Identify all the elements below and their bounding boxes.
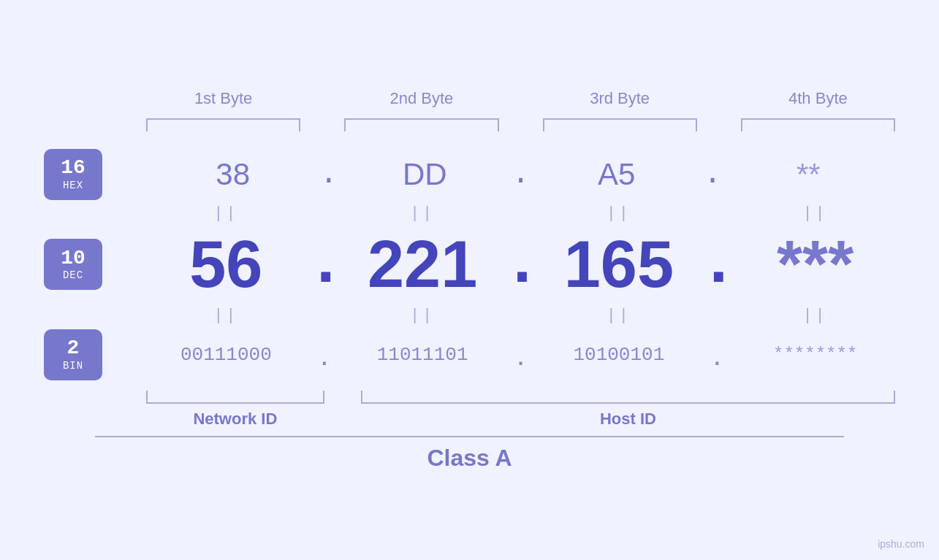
byte-headers: 1st Byte 2nd Byte 3rd Byte 4th Byte xyxy=(44,89,895,112)
class-line xyxy=(95,436,844,437)
hex-byte1: 38 xyxy=(146,157,319,192)
hex-byte3: A5 xyxy=(530,157,703,192)
equal-8: || xyxy=(735,307,895,325)
class-label: Class A xyxy=(427,445,512,472)
bin-dot2: . xyxy=(503,337,539,372)
dec-dot1: . xyxy=(306,231,343,297)
dec-byte1: 56 xyxy=(146,227,306,302)
equal-4: || xyxy=(735,204,895,223)
network-id-label: Network ID xyxy=(193,410,277,429)
host-id-bracket: Host ID xyxy=(361,391,895,429)
hex-byte4: ** xyxy=(722,157,895,192)
dec-badge: 10 DEC xyxy=(44,239,102,290)
byte2-header: 2nd Byte xyxy=(344,89,498,112)
bin-badge-number: 2 xyxy=(67,337,80,360)
bin-dot3: . xyxy=(699,337,735,372)
dec-dot2: . xyxy=(503,231,539,297)
dec-row: 10 DEC 56 . 221 . 165 . *** xyxy=(44,227,895,302)
hex-dot1: . xyxy=(319,157,338,192)
hex-values: 38 . DD . A5 . ** xyxy=(146,157,895,192)
equal-row-2: || || || || xyxy=(44,307,895,325)
bracket-top-4 xyxy=(741,118,895,131)
equal-1: || xyxy=(146,204,306,223)
hex-byte2: DD xyxy=(338,157,512,192)
equal-3: || xyxy=(539,204,699,223)
byte1-header: 1st Byte xyxy=(146,89,300,112)
hex-dot3: . xyxy=(703,157,721,192)
bracket-top-1 xyxy=(146,118,300,131)
watermark: ipshu.com xyxy=(878,538,924,550)
bin-byte1: 00111000 xyxy=(146,344,306,366)
dec-values: 56 . 221 . 165 . *** xyxy=(146,227,895,302)
bin-byte3: 10100101 xyxy=(539,344,699,366)
hex-row: 16 HEX 38 . DD . A5 . ** xyxy=(44,149,895,200)
byte3-header: 3rd Byte xyxy=(543,89,697,112)
bracket-top-2 xyxy=(344,118,498,131)
bin-values: 00111000 . 11011101 . 10100101 . *******… xyxy=(146,337,895,372)
bin-byte2: 11011101 xyxy=(343,344,503,366)
bin-badge-label: BIN xyxy=(63,360,83,372)
dec-byte2: 221 xyxy=(343,227,503,302)
equal-6: || xyxy=(343,307,503,325)
bin-badge: 2 BIN xyxy=(44,329,102,380)
bracket-bottom-host xyxy=(361,391,895,404)
hex-badge-number: 16 xyxy=(61,157,85,180)
equal-7: || xyxy=(539,307,699,325)
hex-badge-label: HEX xyxy=(63,180,83,191)
class-section: Class A xyxy=(44,436,895,472)
bin-row: 2 BIN 00111000 . 11011101 . 10100101 . *… xyxy=(44,329,895,380)
bin-byte4: ******** xyxy=(735,345,895,364)
network-id-bracket: Network ID xyxy=(146,391,324,429)
dec-dot3: . xyxy=(699,231,735,297)
hex-dot2: . xyxy=(512,157,530,192)
dec-byte4: *** xyxy=(735,227,895,302)
equal-row-1: || || || || xyxy=(44,204,895,223)
bin-dot1: . xyxy=(306,337,343,372)
bottom-brackets: Network ID Host ID xyxy=(44,391,895,429)
dec-badge-number: 10 xyxy=(61,248,85,270)
bracket-top-3 xyxy=(543,118,697,131)
dec-badge-label: DEC xyxy=(63,269,83,281)
dec-byte3: 165 xyxy=(539,227,699,302)
main-container: 1st Byte 2nd Byte 3rd Byte 4th Byte 16 H… xyxy=(0,0,939,560)
hex-badge: 16 HEX xyxy=(44,149,102,200)
byte4-header: 4th Byte xyxy=(741,89,895,112)
equal-5: || xyxy=(146,307,306,325)
equal-2: || xyxy=(343,204,503,223)
top-brackets xyxy=(44,118,895,131)
host-id-label: Host ID xyxy=(600,410,656,429)
bracket-bottom-network xyxy=(146,391,324,404)
